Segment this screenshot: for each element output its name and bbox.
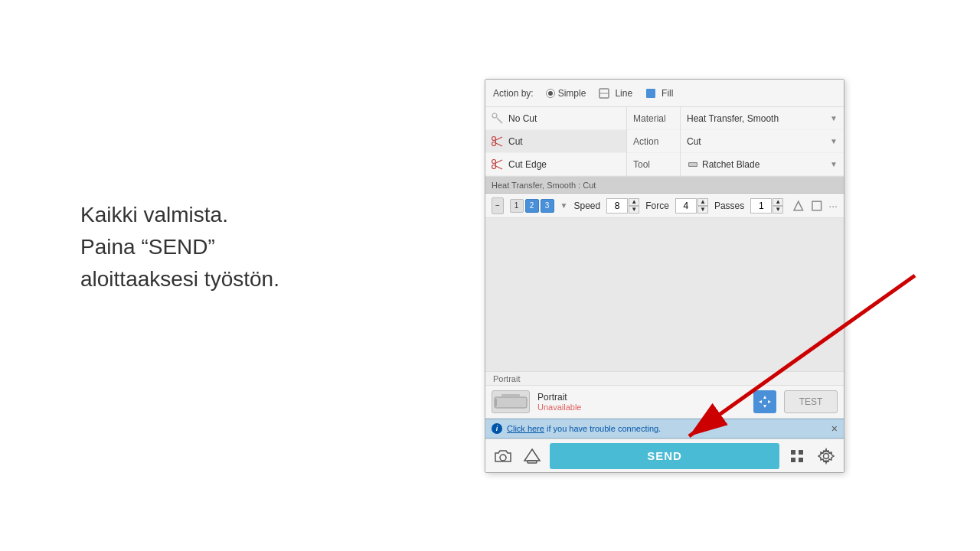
action-by-row: Action by: Simple Line Fill bbox=[485, 80, 844, 107]
radio-line[interactable]: Line bbox=[598, 87, 632, 99]
send-button[interactable]: SEND bbox=[550, 443, 779, 469]
svg-marker-22 bbox=[763, 396, 766, 399]
portrait-info: Portrait Unavailable bbox=[537, 392, 581, 412]
radio-fill[interactable]: Fill bbox=[645, 87, 673, 99]
info-icon: i bbox=[492, 423, 502, 434]
move-icon-button[interactable] bbox=[753, 390, 776, 413]
svg-marker-17 bbox=[794, 201, 803, 210]
force-up[interactable]: ▲ bbox=[697, 198, 708, 206]
portrait-row: Portrait Unavailable TEST bbox=[485, 385, 844, 419]
gear-icon[interactable] bbox=[815, 445, 838, 468]
notification-close-icon[interactable]: × bbox=[831, 422, 838, 435]
svg-marker-25 bbox=[768, 400, 771, 403]
tabs-dropdown[interactable]: ▼ bbox=[560, 201, 568, 210]
cut-edge-label: Cut Edge bbox=[508, 159, 547, 170]
speed-down[interactable]: ▼ bbox=[629, 206, 639, 214]
passes-label: Passes bbox=[714, 201, 744, 211]
radio-simple[interactable]: Simple bbox=[546, 88, 586, 99]
svg-line-8 bbox=[496, 143, 503, 146]
tab-2[interactable]: 2 bbox=[525, 199, 539, 213]
svg-rect-31 bbox=[791, 458, 795, 462]
material-label: Material bbox=[627, 107, 680, 130]
radio-line-label: Line bbox=[615, 88, 632, 99]
test-button[interactable]: TEST bbox=[784, 390, 838, 413]
portrait-status: Unavailable bbox=[537, 403, 581, 412]
cut-list: No Cut Cut bbox=[485, 107, 627, 176]
tool-dropdown-arrow: ▼ bbox=[830, 160, 838, 168]
preset-bar: Heat Transfer, Smooth : Cut bbox=[485, 177, 844, 194]
radio-simple-dot bbox=[546, 89, 555, 98]
tool-value-text: Ratchet Blade bbox=[702, 159, 760, 170]
svg-rect-16 bbox=[689, 163, 697, 166]
portrait-name: Portrait bbox=[537, 392, 581, 403]
svg-rect-2 bbox=[646, 89, 655, 98]
svg-point-5 bbox=[492, 136, 496, 140]
ratchet-blade-icon bbox=[687, 158, 699, 171]
passes-up[interactable]: ▲ bbox=[773, 198, 783, 206]
tab-1[interactable]: 1 bbox=[510, 199, 524, 213]
svg-rect-21 bbox=[501, 394, 520, 397]
radio-fill-label: Fill bbox=[662, 88, 673, 99]
svg-marker-23 bbox=[763, 405, 766, 408]
svg-line-4 bbox=[497, 118, 502, 123]
svg-rect-19 bbox=[495, 397, 527, 408]
settings-row: − 1 2 3 ▼ Speed ▲ ▼ Force ▲ ▼ Pa bbox=[485, 194, 844, 218]
tab-3[interactable]: 3 bbox=[541, 199, 554, 213]
numbered-tabs: 1 2 3 bbox=[510, 199, 554, 213]
camera-icon[interactable] bbox=[492, 445, 514, 468]
svg-point-26 bbox=[500, 455, 506, 461]
tool-label: Tool bbox=[627, 153, 680, 176]
notification-rest: if you have trouble connecting. bbox=[544, 424, 661, 433]
preset-label: Heat Transfer, Smooth : Cut bbox=[492, 181, 596, 190]
step-minus-button[interactable]: − bbox=[492, 197, 504, 214]
no-cut-label: No Cut bbox=[508, 113, 537, 124]
svg-rect-28 bbox=[528, 461, 537, 463]
instruction-line2: Paina “SEND” bbox=[80, 231, 279, 263]
action-value[interactable]: Cut ▼ bbox=[681, 130, 844, 153]
material-value[interactable]: Heat Transfer, Smooth ▼ bbox=[681, 107, 844, 130]
force-input[interactable] bbox=[675, 198, 697, 214]
app-panel: Action by: Simple Line Fill bbox=[485, 79, 844, 473]
fill-mode-icon bbox=[645, 87, 657, 99]
svg-line-12 bbox=[496, 160, 503, 163]
action-label: Action bbox=[627, 130, 680, 153]
svg-point-6 bbox=[492, 142, 496, 145]
svg-marker-27 bbox=[524, 449, 540, 461]
notification-text: Click here if you have trouble connectin… bbox=[507, 424, 827, 433]
tool-value[interactable]: Ratchet Blade ▼ bbox=[681, 153, 844, 176]
action-value-text: Cut bbox=[687, 136, 701, 147]
cut-edge-item[interactable]: Cut Edge bbox=[485, 153, 626, 176]
passes-input[interactable] bbox=[750, 198, 772, 214]
instruction-line1: Kaikki valmista. bbox=[80, 199, 279, 231]
radio-simple-label: Simple bbox=[558, 88, 586, 99]
cut-edge-icon bbox=[492, 158, 504, 171]
force-label: Force bbox=[645, 201, 669, 211]
svg-rect-29 bbox=[791, 450, 795, 455]
cut-item[interactable]: Cut bbox=[485, 130, 626, 153]
notification-link[interactable]: Click here bbox=[507, 424, 544, 433]
speed-input[interactable] bbox=[606, 198, 628, 214]
cut-icon bbox=[492, 135, 504, 148]
no-cut-item[interactable]: No Cut bbox=[485, 107, 626, 130]
portrait-section-label: Portrait bbox=[493, 374, 520, 383]
line-mode-icon bbox=[598, 87, 610, 99]
middle-section: No Cut Cut bbox=[485, 107, 844, 177]
hat-icon[interactable] bbox=[521, 445, 544, 468]
svg-marker-24 bbox=[759, 400, 762, 403]
passes-down[interactable]: ▼ bbox=[773, 206, 783, 214]
svg-point-3 bbox=[492, 113, 497, 118]
portrait-device-icon bbox=[492, 390, 530, 413]
svg-rect-30 bbox=[799, 450, 803, 455]
action-by-label: Action by: bbox=[493, 88, 534, 99]
force-down[interactable]: ▼ bbox=[697, 206, 708, 214]
svg-point-11 bbox=[492, 165, 496, 168]
portrait-label: Portrait bbox=[485, 371, 844, 385]
more-options-icon[interactable]: ··· bbox=[828, 200, 838, 212]
instruction-line3: aloittaaksesi työstön. bbox=[80, 263, 279, 295]
grid-icon[interactable] bbox=[786, 445, 808, 468]
no-cut-icon bbox=[492, 112, 504, 125]
square-icon bbox=[811, 200, 823, 212]
speed-up[interactable]: ▲ bbox=[629, 198, 639, 206]
svg-point-33 bbox=[824, 453, 829, 458]
material-dropdown-arrow: ▼ bbox=[830, 114, 838, 122]
